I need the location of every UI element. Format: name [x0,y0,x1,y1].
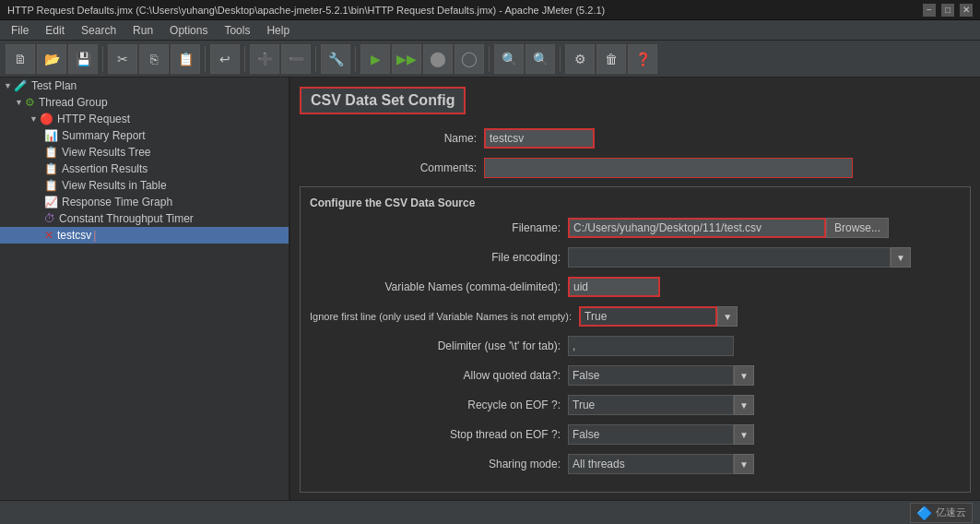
thread-group-icon: ⚙ [25,96,35,109]
title-bar: HTTP Request Defaults.jmx (C:\Users\yuha… [0,0,980,20]
stop-thread-dropdown-btn[interactable]: ▼ [734,424,754,445]
tree-item-assertion-results[interactable]: 📋 Assertion Results [0,161,289,177]
new-btn[interactable]: 🗎 [6,44,35,74]
browse-btn[interactable]: Browse... [826,218,889,238]
menu-file[interactable]: File [4,22,36,39]
recycle-eof-label: Recycle on EOF ?: [310,399,568,411]
expand-btn[interactable]: ↩ [210,44,240,74]
watermark-text: 亿速云 [936,506,966,519]
variable-names-input[interactable] [568,277,660,297]
comments-row: Comments: [300,157,971,179]
comments-input[interactable] [484,158,853,178]
cut-btn[interactable]: ✂ [108,44,137,74]
delimiter-value [568,336,961,356]
tree-item-testcsv[interactable]: ✕ testcsv | [0,227,289,244]
tree-label-summary-report: Summary Report [62,129,146,142]
file-encoding-value: ▼ [568,247,961,268]
delimiter-label: Delimiter (use '\t' for tab): [310,339,568,352]
recycle-eof-value: True ▼ [568,395,961,415]
close-btn[interactable]: ✕ [960,4,973,17]
help-btn[interactable]: ❓ [628,44,657,74]
tree-item-view-results-tree[interactable]: 📋 View Results Tree [0,144,289,161]
recycle-eof-text: True [573,399,595,411]
test-plan-icon: 🧪 [14,79,28,92]
tree-label-testcsv: testcsv [57,229,91,242]
panel-title: CSV Data Set Config [300,87,466,114]
menu-edit[interactable]: Edit [38,22,72,39]
start-no-pauses-btn[interactable]: ▶▶ [392,44,421,74]
filename-row: Filename: Browse... [310,217,961,239]
name-label: Name: [300,132,484,145]
toolbar-sep-1 [102,46,103,72]
allow-quoted-dropdown[interactable]: False [568,365,734,386]
allow-quoted-dropdown-btn[interactable]: ▼ [734,365,754,386]
file-encoding-row: File encoding: ▼ [310,246,961,268]
ignore-first-line-value: True ▼ [579,306,961,327]
allow-quoted-text: False [573,369,599,382]
functions-btn[interactable]: ⚙ [565,44,595,74]
ignore-first-line-dropdown-btn[interactable]: ▼ [717,306,738,327]
tree-item-test-plan[interactable]: ▼ 🧪 Test Plan [0,77,289,94]
watermark: 🔷 亿速云 [910,503,973,523]
variable-names-label: Variable Names (comma-delimited): [310,280,568,293]
toolbar-sep-6 [489,46,490,72]
tree-label-response-time-graph: Response Time Graph [62,196,172,208]
configure-section: Configure the CSV Data Source Filename: … [300,186,971,493]
sharing-mode-dropdown-btn[interactable]: ▼ [734,454,754,474]
maximize-btn[interactable]: □ [941,4,954,17]
stop-thread-row: Stop thread on EOF ?: False ▼ [310,423,961,446]
tree-label-assertion-results: Assertion Results [62,162,148,175]
constant-throughput-icon: ⏱ [44,212,55,225]
delimiter-input[interactable] [568,336,734,356]
stop-btn[interactable]: ⬤ [423,44,453,74]
sharing-mode-dropdown[interactable]: All threads [568,454,734,474]
allow-quoted-value: False ▼ [568,365,961,386]
tree-item-constant-throughput[interactable]: ⏱ Constant Throughput Timer [0,210,289,227]
file-encoding-dropdown[interactable] [568,247,891,268]
clear-btn[interactable]: 🗑 [596,44,626,74]
ignore-first-line-row: Ignore first line (only used if Variable… [310,305,961,328]
remote-start-btn[interactable]: 🔍 [494,44,524,74]
testcsv-icon: ✕ [44,229,53,242]
menu-options[interactable]: Options [162,22,215,39]
window-title: HTTP Request Defaults.jmx (C:\Users\yuha… [7,5,605,16]
status-bar: 🔷 亿速云 [0,500,980,524]
stop-thread-dropdown[interactable]: False [568,424,734,445]
allow-quoted-row: Allow quoted data?: False ▼ [310,364,961,387]
delimiter-row: Delimiter (use '\t' for tab): [310,335,961,357]
recycle-eof-dropdown[interactable]: True [568,395,734,415]
start-btn[interactable]: ▶ [360,44,390,74]
tree-item-response-time-graph[interactable]: 📈 Response Time Graph [0,194,289,210]
tree-label-thread-group: Thread Group [39,96,108,109]
tree-item-thread-group[interactable]: ▼ ⚙ Thread Group [0,94,289,111]
remove-btn[interactable]: ➖ [281,44,311,74]
sharing-mode-value: All threads ▼ [568,454,961,474]
copy-btn[interactable]: ⎘ [139,44,169,74]
assertion-results-icon: 📋 [44,162,58,175]
file-encoding-dropdown-btn[interactable]: ▼ [891,247,911,268]
menu-tools[interactable]: Tools [217,22,257,39]
name-input[interactable] [484,128,595,149]
config-btn[interactable]: 🔧 [321,44,350,74]
ignore-first-line-label: Ignore first line (only used if Variable… [310,311,579,322]
add-btn[interactable]: ➕ [250,44,279,74]
remote-stop-btn[interactable]: 🔍 [525,44,555,74]
toolbar: 🗎 📂 💾 ✂ ⎘ 📋 ↩ ➕ ➖ 🔧 ▶ ▶▶ ⬤ ◯ 🔍 🔍 ⚙ 🗑 ❓ [0,41,980,77]
save-btn[interactable]: 💾 [68,44,98,74]
open-btn[interactable]: 📂 [37,44,66,74]
tree-item-summary-report[interactable]: 📊 Summary Report [0,127,289,144]
menu-search[interactable]: Search [74,22,124,39]
ignore-first-line-dropdown[interactable]: True [579,306,717,327]
recycle-eof-dropdown-btn[interactable]: ▼ [734,395,754,415]
shutdown-btn[interactable]: ◯ [455,44,484,74]
minimize-btn[interactable]: − [923,4,936,17]
menu-run[interactable]: Run [125,22,160,39]
testcsv-edit-indicator: | [93,229,96,242]
paste-btn[interactable]: 📋 [171,44,200,74]
menu-bar: File Edit Search Run Options Tools Help [0,20,980,41]
tree-item-http-request[interactable]: ▼ 🔴 HTTP Request [0,111,289,127]
filename-input[interactable] [568,218,826,238]
toolbar-sep-7 [560,46,561,72]
menu-help[interactable]: Help [259,22,297,39]
tree-item-view-results-table[interactable]: 📋 View Results in Table [0,177,289,194]
